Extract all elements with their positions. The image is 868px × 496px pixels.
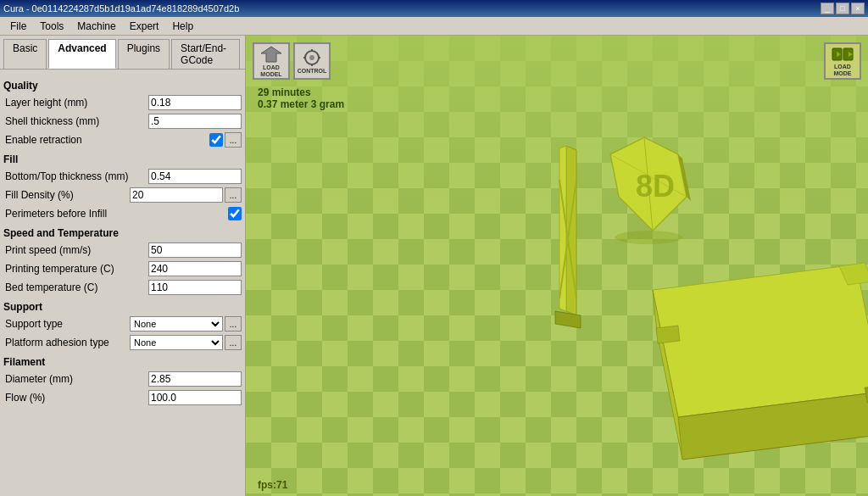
print-temp-label: Printing temperature (C) xyxy=(3,263,148,275)
fill-header: Fill xyxy=(3,153,242,165)
fill-density-label: Fill Density (%) xyxy=(3,189,130,201)
shell-thickness-label: Shell thickness (mm) xyxy=(3,115,148,127)
layer-height-input[interactable] xyxy=(148,95,242,110)
support-type-dots-button[interactable]: ... xyxy=(225,316,242,332)
platform-adhesion-container: None Brim Raft ... xyxy=(130,335,242,350)
svg-rect-5 xyxy=(246,36,868,220)
mode-btn-label: LOAD MODE xyxy=(826,64,860,76)
perimeters-row: Perimeters before Infill xyxy=(3,205,242,222)
print-speed-label: Print speed (mm/s) xyxy=(3,244,148,256)
fill-density-input[interactable] xyxy=(130,187,223,203)
tab-startend-gcode[interactable]: Start/End-GCode xyxy=(171,39,240,69)
tabs: Basic Advanced Plugins Start/End-GCode xyxy=(0,36,245,70)
svg-marker-23 xyxy=(261,47,281,62)
shell-thickness-row: Shell thickness (mm) xyxy=(3,113,242,130)
filament-header: Filament xyxy=(3,356,242,368)
menu-expert[interactable]: Expert xyxy=(123,19,166,34)
diameter-input[interactable] xyxy=(148,371,242,387)
support-type-label: Support type xyxy=(3,318,130,330)
enable-retraction-checkbox[interactable] xyxy=(209,133,223,147)
diameter-row: Diameter (mm) xyxy=(3,371,242,387)
svg-point-25 xyxy=(309,55,314,60)
speed-temp-header: Speed and Temperature xyxy=(3,227,242,239)
load-mode-button[interactable]: LOAD MODE xyxy=(824,42,861,80)
bed-temp-row: Bed temperature (C) xyxy=(3,279,242,296)
enable-retraction-row: Enable retraction ... xyxy=(3,131,242,148)
menu-machine[interactable]: Machine xyxy=(70,19,122,34)
load-model-button[interactable]: LOAD MODEL xyxy=(253,42,290,80)
support-type-row: Support type None Touching buildplate Ev… xyxy=(3,315,242,332)
tab-advanced[interactable]: Advanced xyxy=(48,39,115,69)
viewport-info: 29 minutes 0.37 meter 3 gram xyxy=(258,86,344,110)
print-temp-row: Printing temperature (C) xyxy=(3,260,242,277)
menubar: File Tools Machine Expert Help xyxy=(0,17,868,36)
minimize-button[interactable]: _ xyxy=(821,3,834,14)
flow-row: Flow (%) xyxy=(3,389,242,406)
main-layout: Basic Advanced Plugins Start/End-GCode Q… xyxy=(0,36,868,496)
perimeters-checkbox[interactable] xyxy=(228,207,242,220)
menu-help[interactable]: Help xyxy=(165,19,200,34)
fill-density-row: Fill Density (%) ... xyxy=(3,187,242,203)
viewport[interactable]: 8D LOAD MODEL xyxy=(246,36,868,496)
bed-temp-label: Bed temperature (C) xyxy=(3,281,148,293)
diameter-label: Diameter (mm) xyxy=(3,373,148,385)
bottom-top-input[interactable] xyxy=(148,169,242,184)
titlebar-controls: _ □ × xyxy=(821,3,865,14)
tab-basic[interactable]: Basic xyxy=(3,39,47,69)
form-content: Quality Layer height (mm) Shell thicknes… xyxy=(0,70,245,496)
info-line2: 0.37 meter 3 gram xyxy=(258,98,344,110)
perimeters-label: Perimeters before Infill xyxy=(3,208,228,220)
platform-adhesion-select[interactable]: None Brim Raft xyxy=(130,335,223,350)
support-type-container: None Touching buildplate Everywhere ... xyxy=(130,316,242,332)
platform-adhesion-row: Platform adhesion type None Brim Raft ..… xyxy=(3,334,242,351)
bed-temp-input[interactable] xyxy=(148,280,242,295)
print-speed-row: Print speed (mm/s) xyxy=(3,242,242,259)
platform-adhesion-dots-button[interactable]: ... xyxy=(225,335,242,350)
flow-input[interactable] xyxy=(148,390,242,405)
quality-header: Quality xyxy=(3,80,242,92)
menu-file[interactable]: File xyxy=(3,19,33,34)
support-type-select[interactable]: None Touching buildplate Everywhere xyxy=(130,316,223,332)
fps-display: fps:71 xyxy=(258,479,287,491)
shell-thickness-input[interactable] xyxy=(148,114,242,129)
platform-adhesion-label: Platform adhesion type xyxy=(3,337,130,348)
left-panel: Basic Advanced Plugins Start/End-GCode Q… xyxy=(0,36,246,496)
titlebar-title: Cura - 0e0114224287d5b1d19a1ad74e818289d… xyxy=(3,3,239,14)
flow-label: Flow (%) xyxy=(3,392,148,404)
viewport-toolbar: LOAD MODEL CONTROL xyxy=(253,42,331,80)
print-speed-input[interactable] xyxy=(148,242,242,258)
layer-height-row: Layer height (mm) xyxy=(3,94,242,111)
info-line1: 29 minutes xyxy=(258,86,344,98)
titlebar: Cura - 0e0114224287d5b1d19a1ad74e818289d… xyxy=(0,0,868,17)
bottom-top-label: Bottom/Top thickness (mm) xyxy=(3,170,148,182)
menu-tools[interactable]: Tools xyxy=(33,19,70,34)
control-label: CONTROL xyxy=(298,68,327,75)
enable-retraction-label: Enable retraction xyxy=(3,134,209,146)
layer-height-label: Layer height (mm) xyxy=(3,97,148,109)
maximize-button[interactable]: □ xyxy=(836,3,849,14)
close-button[interactable]: × xyxy=(851,3,865,14)
print-temp-input[interactable] xyxy=(148,261,242,276)
bottom-top-row: Bottom/Top thickness (mm) xyxy=(3,168,242,185)
tab-plugins[interactable]: Plugins xyxy=(118,39,170,69)
support-header: Support xyxy=(3,301,242,313)
load-model-label: LOAD MODEL xyxy=(254,64,288,77)
control-button[interactable]: CONTROL xyxy=(293,42,331,80)
retraction-dots-button[interactable]: ... xyxy=(225,132,242,148)
fill-density-dots-button[interactable]: ... xyxy=(225,187,242,203)
